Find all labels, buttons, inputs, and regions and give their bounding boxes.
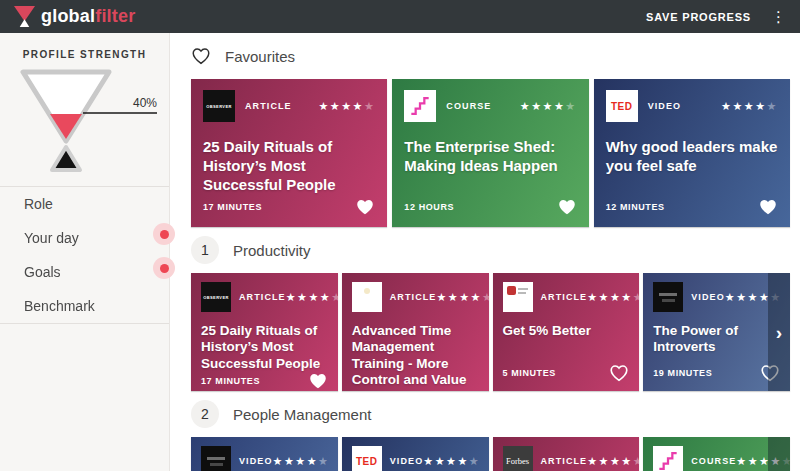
card-duration: 17 MINUTES [201, 376, 260, 386]
sidebar: PROFILE STRENGTH 40% Role Your day Goals… [0, 33, 170, 471]
card-get-5-percent-better[interactable]: ARTICLE ★★★★★ Get 5% Better 5 MINUTES [493, 273, 640, 391]
card-video-2[interactable]: TED VIDEO ★★★★★ [342, 437, 489, 471]
card-course-1[interactable]: COURSE ★★★★★ › [643, 437, 790, 471]
profile-strength-funnel-chart: 40% [5, 68, 165, 180]
people-management-card-row: VIDEO ★★★★★ TED VIDEO ★★★★★ Forbes ARTIC… [191, 437, 790, 471]
section-title: Favourites [225, 48, 295, 65]
favourite-heart-icon[interactable] [758, 198, 778, 216]
content-area: Favourites OBSERVER ARTICLE ★★★★★ 25 Dai… [171, 33, 800, 471]
favourites-card-row: OBSERVER ARTICLE ★★★★★ 25 Daily Rituals … [191, 79, 790, 227]
star-rating: ★★★★★ [318, 100, 375, 113]
card-25-daily-rituals[interactable]: OBSERVER ARTICLE ★★★★★ 25 Daily Rituals … [191, 273, 338, 391]
people-management-section-header: 2 People Management [191, 391, 790, 437]
section-number-badge: 1 [191, 236, 219, 264]
card-enterprise-shed[interactable]: COURSE ★★★★★ The Enterprise Shed: Making… [392, 79, 588, 227]
card-type-label: VIDEO [239, 456, 273, 466]
dark-video-logo [653, 282, 683, 312]
dark-video-logo [201, 446, 231, 471]
notification-dot [153, 257, 175, 279]
star-rating: ★★★★★ [587, 291, 639, 304]
card-title: 25 Daily Rituals of History’s Most Succe… [203, 138, 375, 194]
fs-publisher-logo [503, 282, 533, 312]
sidebar-item-goals[interactable]: Goals [0, 255, 169, 289]
star-rating: ★★★★★ [273, 455, 330, 468]
card-type-label: COURSE [446, 101, 491, 111]
card-type-label: VIDEO [390, 456, 424, 466]
card-type-label: ARTICLE [239, 292, 286, 302]
sidebar-item-label: Goals [24, 264, 61, 280]
favourite-heart-icon[interactable] [355, 198, 375, 216]
card-title: 25 Daily Rituals of History’s Most Succe… [201, 323, 328, 372]
sidebar-item-label: Your day [24, 230, 79, 246]
card-type-label: ARTICLE [390, 292, 437, 302]
card-video-1[interactable]: VIDEO ★★★★★ [191, 437, 338, 471]
funnel-bottom-triangle [52, 147, 80, 170]
star-rating: ★★★★★ [721, 100, 778, 113]
chevron-right-icon: › [776, 323, 782, 342]
card-type-label: ARTICLE [541, 456, 588, 466]
profile-strength-title: PROFILE STRENGTH [0, 49, 169, 60]
save-progress-button[interactable]: SAVE PROGRESS [646, 11, 751, 23]
strength-percent-label: 40% [132, 96, 156, 110]
heart-icon [191, 47, 211, 65]
sidebar-item-benchmark[interactable]: Benchmark [0, 289, 169, 323]
ted-logo: TED [606, 90, 638, 122]
productivity-section-header: 1 Productivity [191, 227, 790, 273]
top-bar: globalfilter SAVE PROGRESS ⋮ [0, 0, 800, 33]
section-title: Productivity [233, 242, 311, 259]
carousel-next-button[interactable]: › [768, 437, 790, 471]
sidebar-nav: Role Your day Goals Benchmark [0, 186, 169, 324]
white-publisher-logo [352, 282, 382, 312]
steps-course-logo [404, 90, 436, 122]
card-good-leaders[interactable]: TED VIDEO ★★★★★ Why good leaders make yo… [594, 79, 790, 227]
logo-funnel-icon [14, 5, 35, 28]
favourite-heart-icon[interactable] [557, 198, 577, 216]
favourites-section-header: Favourites [191, 33, 790, 79]
carousel-next-button[interactable]: › [768, 273, 790, 391]
card-article-forbes[interactable]: Forbes ARTICLE ★★★★★ [493, 437, 640, 471]
card-duration: 12 HOURS [404, 202, 454, 212]
observer-logo: OBSERVER [201, 282, 231, 312]
logo-text: globalfilter [41, 6, 135, 27]
star-rating: ★★★★★ [436, 291, 488, 304]
card-type-label: ARTICLE [245, 101, 292, 111]
card-type-label: VIDEO [648, 101, 682, 111]
card-duration: 12 MINUTES [606, 202, 665, 212]
observer-logo: OBSERVER [203, 90, 235, 122]
card-duration: 19 MINUTES [653, 368, 712, 378]
forbes-logo: Forbes [503, 446, 533, 471]
card-title: Get 5% Better [503, 323, 630, 339]
section-number-badge: 2 [191, 400, 219, 428]
card-title: Why good leaders make you feel safe [606, 138, 778, 176]
notification-dot [153, 223, 175, 245]
star-rating: ★★★★★ [587, 455, 639, 468]
ted-logo: TED [352, 446, 382, 471]
productivity-card-row: OBSERVER ARTICLE ★★★★★ 25 Daily Rituals … [191, 273, 790, 391]
card-type-label: VIDEO [691, 292, 725, 302]
card-title: The Enterprise Shed: Making Ideas Happen [404, 138, 576, 176]
globalfilter-logo[interactable]: globalfilter [14, 5, 135, 28]
favourite-heart-icon[interactable] [308, 372, 328, 390]
card-duration: 17 MINUTES [203, 202, 262, 212]
card-25-daily-rituals[interactable]: OBSERVER ARTICLE ★★★★★ 25 Daily Rituals … [191, 79, 387, 227]
section-title: People Management [233, 406, 371, 423]
star-rating: ★★★★★ [286, 291, 338, 304]
kebab-menu-icon[interactable]: ⋮ [771, 9, 786, 24]
card-power-of-introverts[interactable]: VIDEO ★★★★★ The Power of Introverts 19 M… [643, 273, 790, 391]
star-rating: ★★★★★ [423, 455, 480, 468]
star-rating: ★★★★★ [520, 100, 577, 113]
card-title: Advanced Time Management Training - More… [352, 323, 479, 391]
sidebar-item-role[interactable]: Role [0, 187, 169, 221]
steps-course-logo [653, 446, 683, 471]
card-title: The Power of Introverts [653, 323, 780, 356]
card-type-label: COURSE [691, 456, 736, 466]
favourite-heart-icon[interactable] [609, 364, 629, 382]
card-advanced-time-management[interactable]: ARTICLE ★★★★★ Advanced Time Management T… [342, 273, 489, 391]
card-duration: 5 MINUTES [503, 368, 556, 378]
sidebar-item-label: Role [24, 196, 53, 212]
card-type-label: ARTICLE [541, 292, 588, 302]
sidebar-item-label: Benchmark [24, 298, 95, 314]
sidebar-item-your-day[interactable]: Your day [0, 221, 169, 255]
